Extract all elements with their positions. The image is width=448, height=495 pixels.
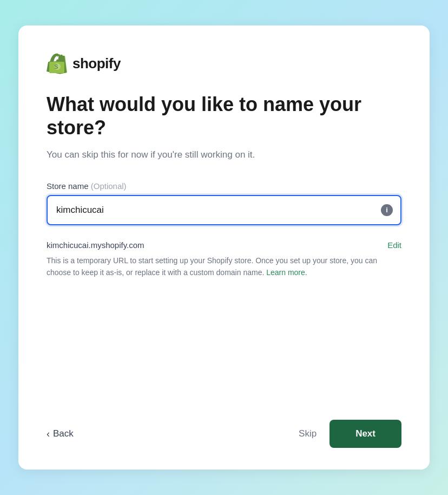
learn-more-link[interactable]: Learn more.: [266, 268, 307, 277]
main-card: S shopify What would you like to name yo…: [18, 25, 430, 470]
store-url-text: kimchicucai.myshopify.com: [47, 240, 144, 250]
field-label: Store name (Optional): [47, 181, 401, 191]
right-buttons: Skip Next: [299, 420, 401, 448]
shopify-logo-icon: S: [47, 51, 68, 75]
back-button[interactable]: ‹ Back: [47, 428, 74, 440]
store-name-field-wrapper: i: [47, 195, 401, 225]
info-icon[interactable]: i: [381, 204, 393, 216]
footer-row: ‹ Back Skip Next: [47, 420, 401, 448]
back-chevron-icon: ‹: [47, 428, 50, 440]
logo-area: S shopify: [47, 51, 401, 75]
next-button[interactable]: Next: [330, 420, 401, 448]
skip-button[interactable]: Skip: [299, 428, 317, 439]
page-subtitle: You can skip this for now if you're stil…: [47, 148, 401, 162]
svg-text:S: S: [54, 63, 58, 70]
url-row: kimchicucai.myshopify.com Edit: [47, 240, 401, 250]
url-description: This is a temporary URL to start setting…: [47, 255, 401, 278]
shopify-logo-text: shopify: [73, 55, 121, 72]
page-title: What would you like to name your store?: [47, 93, 401, 139]
store-name-input[interactable]: [47, 195, 401, 225]
edit-url-link[interactable]: Edit: [387, 240, 401, 250]
